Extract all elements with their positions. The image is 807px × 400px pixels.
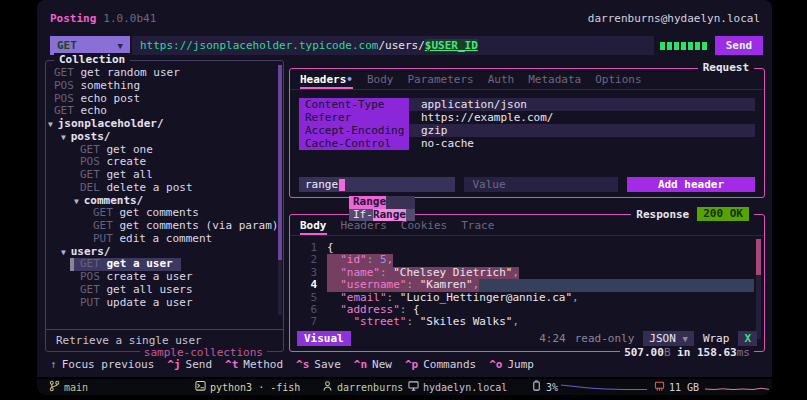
send-button[interactable]: Send	[715, 36, 763, 55]
activity-block	[695, 42, 700, 50]
keybinding-save[interactable]: ^sSave	[296, 358, 341, 372]
header-name-input[interactable]: range	[299, 177, 455, 192]
add-header-button[interactable]: Add header	[627, 177, 755, 192]
response-tab-headers[interactable]: Headers	[341, 219, 387, 235]
autocomplete-pre-text: If-	[349, 209, 373, 222]
status-segment-3-: 3%	[531, 380, 558, 394]
keybinding-label: Commands	[423, 358, 476, 371]
keybinding-footer: ↑Focus previous^jSend^tMethod^sSave^nNew…	[50, 358, 534, 372]
keybinding-focus-previous[interactable]: ↑Focus previous	[50, 358, 154, 372]
request-name: echo post	[81, 92, 141, 105]
header-name-value: range	[305, 178, 338, 191]
header-row[interactable]: Accept-Encodinggzip	[299, 124, 755, 137]
code-token: "street"	[354, 316, 407, 328]
code-token: "Lucio_Hettinger@annie.ca"	[400, 292, 572, 304]
response-meta: 507.00B in 158.63ms	[620, 346, 754, 359]
request-method: POS	[80, 270, 107, 283]
keybinding-commands[interactable]: ^pCommands	[405, 358, 476, 372]
header-row[interactable]: Cache-Controlno-cache	[299, 137, 755, 150]
keybinding-key: ^o	[489, 358, 502, 371]
status-segment-hydaelyn-local: hydaelyn.local	[408, 380, 507, 394]
url-scheme-domain: https://jsonplaceholder.typicode.com	[140, 39, 378, 52]
header-row[interactable]: Content-Typeapplication/json	[299, 98, 755, 111]
tree-request-row[interactable]: DEL delete a post	[46, 182, 283, 195]
response-panel-label: Response 200 OK	[631, 207, 754, 221]
header-value-cell: https://example.com/	[409, 111, 755, 124]
header-name-cell: Cache-Control	[299, 137, 409, 150]
collection-panel: Collection GET get random userPOS someth…	[45, 60, 284, 352]
tree-request-row[interactable]: PUT update a user	[46, 297, 283, 310]
wrap-toggle[interactable]: X	[738, 331, 757, 346]
request-tab-auth[interactable]: Auth	[488, 73, 515, 89]
folder-expanded-icon: ▼	[48, 120, 58, 129]
user-host-label: darrenburns@hydaelyn.local	[588, 12, 760, 25]
line-number: 7	[295, 316, 317, 328]
autocomplete-option[interactable]: If-Range	[349, 209, 415, 222]
response-body-editor[interactable]: 1{2 "id": 5,3 "name": "Chelsey Dietrich"…	[295, 242, 764, 329]
collection-scrollbar[interactable]	[278, 65, 282, 315]
url-path: /users/	[378, 39, 424, 52]
header-value-cell: gzip	[409, 124, 755, 137]
code-token: "username"	[340, 278, 406, 291]
tree-cursor-bar	[70, 258, 74, 271]
header-autocomplete-dropdown: RangeIf-Range	[349, 196, 415, 221]
response-tab-trace[interactable]: Trace	[461, 219, 494, 235]
response-scrollbar[interactable]	[756, 239, 761, 339]
status-segment-text: 3%	[546, 382, 558, 393]
folder-name: users/	[71, 245, 111, 258]
request-tab-parameters[interactable]: Parameters	[407, 73, 473, 89]
request-name: get comments (via param)	[120, 219, 279, 232]
request-tab-options[interactable]: Options	[595, 73, 641, 89]
user-icon	[322, 380, 333, 394]
response-tab-body[interactable]: Body	[300, 219, 327, 235]
keybinding-new[interactable]: ^nNew	[354, 358, 392, 372]
response-time: 158.63	[697, 346, 737, 359]
keybinding-method[interactable]: ^tMethod	[225, 358, 283, 372]
format-dropdown[interactable]: JSON ▼	[643, 331, 694, 346]
keybinding-label: Method	[243, 358, 283, 371]
request-tab-headers[interactable]: Headers•	[300, 73, 353, 89]
request-method: GET	[54, 104, 81, 117]
autocomplete-filler	[386, 196, 415, 209]
response-controls: Visual 4:24 read-only JSON ▼ Wrap X	[297, 331, 757, 346]
status-segment-text: main	[64, 382, 88, 393]
response-scrollbar-thumb[interactable]	[756, 239, 761, 275]
response-tab-cookies[interactable]: Cookies	[401, 219, 447, 235]
line-number: 2	[295, 254, 317, 266]
keybinding-send[interactable]: ^jSend	[167, 358, 212, 372]
keybinding-label: Send	[186, 358, 213, 371]
terminal-icon	[195, 380, 206, 394]
request-tab-body[interactable]: Body	[367, 73, 394, 89]
keybinding-key: ^p	[405, 358, 418, 371]
git-branch-icon	[49, 380, 60, 394]
request-method: POS	[80, 155, 107, 168]
collection-scrollbar-thumb[interactable]	[278, 65, 282, 260]
request-tab-metadata[interactable]: Metadata	[528, 73, 581, 89]
code-token: :	[406, 316, 419, 328]
selection-highlight: "username": "Kamren",	[327, 279, 479, 291]
request-name: edit a comment	[120, 232, 213, 245]
app-title: Posting	[50, 12, 96, 25]
url-bar: GET ▼ https://jsonplaceholder.typicode.c…	[50, 36, 763, 55]
code-token: ,	[572, 292, 579, 304]
code-token: "Skiles Walks"	[420, 316, 513, 328]
keybinding-key: ^t	[225, 358, 238, 371]
header-value-input[interactable]: Value	[464, 177, 618, 192]
request-method: GET	[93, 206, 120, 219]
status-segment-text: darrenburns	[337, 382, 403, 393]
folder-name: posts/	[71, 130, 111, 143]
keybinding-key: ^s	[296, 358, 309, 371]
posting-app-window: Posting1.0.0b41 darrenburns@hydaelyn.loc…	[37, 0, 772, 377]
keybinding-jump[interactable]: ^oJump	[489, 358, 534, 372]
status-segment-text: 11 GB	[669, 382, 699, 393]
code-line: 7 "street": "Skiles Walks",	[295, 316, 764, 328]
wrap-label: Wrap	[703, 332, 730, 345]
keybinding-key: ^n	[354, 358, 367, 371]
keybinding-label: New	[372, 358, 392, 371]
url-input[interactable]: https://jsonplaceholder.typicode.com/use…	[132, 36, 654, 55]
code-token: ,	[512, 316, 519, 328]
autocomplete-option[interactable]: Range	[349, 196, 415, 209]
header-row[interactable]: Refererhttps://example.com/	[299, 111, 755, 124]
code-token: :	[367, 253, 380, 266]
request-name: create a user	[107, 270, 193, 283]
